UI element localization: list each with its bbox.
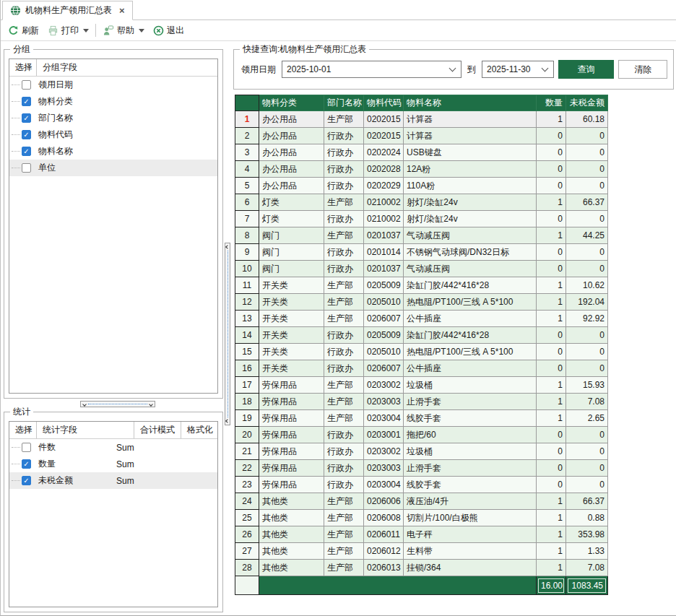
- table-row[interactable]: 5办公用品行政办0202029110A粉00: [235, 178, 608, 194]
- table-row[interactable]: 27其他类生产部0206012生料带11.33: [235, 543, 608, 560]
- checkbox-checked[interactable]: ✓: [22, 459, 31, 469]
- group-field-row[interactable]: 单位: [9, 160, 217, 176]
- table-row[interactable]: 2办公用品行政办0202015计算器00: [235, 128, 608, 144]
- main-toolbar: 刷新 打印 帮助 退出: [1, 20, 676, 41]
- column-header[interactable]: 未税金额: [566, 95, 608, 111]
- clear-button[interactable]: 清除: [618, 60, 667, 79]
- name-cell: 公牛插座: [404, 360, 537, 377]
- dept-cell: 生产部: [324, 194, 364, 211]
- date-from-combobox[interactable]: 2025-10-01: [282, 61, 462, 78]
- name-cell: 电子秤: [404, 526, 537, 543]
- checkbox-checked[interactable]: ✓: [22, 130, 31, 139]
- table-row[interactable]: 28其他类生产部0206013挂锁/36417.08: [235, 560, 608, 576]
- exit-button[interactable]: 退出: [149, 22, 188, 39]
- sum-mode-value: Sum: [116, 443, 163, 453]
- chevron-down-icon[interactable]: [449, 65, 456, 72]
- tab-active[interactable]: 机物料生产领用汇总表 ×: [2, 1, 133, 20]
- category-cell: 灯类: [259, 211, 324, 227]
- date-to-combobox[interactable]: 2025-11-30: [482, 61, 554, 78]
- format-column-header: 格式化: [181, 422, 217, 438]
- table-row[interactable]: 16开关类行政办0206007公牛插座00: [235, 360, 608, 377]
- horizontal-splitter[interactable]: [80, 401, 155, 407]
- column-header[interactable]: 部门名称: [324, 95, 364, 111]
- table-row[interactable]: 10阀门行政办0201037气动减压阀00: [235, 261, 608, 277]
- amount-cell: 7.08: [566, 394, 608, 410]
- table-row[interactable]: 13开关类生产部0206007公牛插座192.92: [235, 311, 608, 327]
- group-field-row[interactable]: ✓部门名称: [9, 110, 217, 126]
- tab-close-icon[interactable]: ×: [119, 5, 125, 16]
- checkbox-unchecked[interactable]: [22, 80, 31, 90]
- stats-field-row[interactable]: ✓未税金额Sum: [9, 472, 217, 489]
- table-row[interactable]: 7灯类行政办0210002射灯/染缸24v00: [235, 211, 608, 227]
- category-cell: 劳保用品: [259, 460, 324, 477]
- table-row[interactable]: 4办公用品行政办020202812A粉00: [235, 161, 608, 178]
- table-row[interactable]: 9阀门行政办0201014不锈钢气动球阀/DN32日标00: [235, 244, 608, 261]
- column-header[interactable]: 数量: [537, 95, 566, 111]
- table-row[interactable]: 17劳保用品生产部0203002垃圾桶115.93: [235, 377, 608, 394]
- table-row[interactable]: 26其他类生产部0206011电子秤1353.98: [235, 526, 608, 543]
- vertical-splitter[interactable]: [225, 243, 230, 425]
- sum-mode-value: Sum: [116, 459, 163, 469]
- refresh-button[interactable]: 刷新: [4, 22, 43, 39]
- table-row[interactable]: 19劳保用品生产部0203004线胶手套12.65: [235, 410, 608, 427]
- group-field-row[interactable]: 领用日期: [9, 77, 217, 93]
- table-row[interactable]: 18劳保用品生产部0203003止滑手套17.08: [235, 394, 608, 410]
- query-panel-legend: 快捷查询:机物料生产领用汇总表: [240, 43, 369, 56]
- table-row[interactable]: 23劳保用品行政办0203004线胶手套00: [235, 477, 608, 493]
- dept-cell: 行政办: [324, 211, 364, 227]
- table-row[interactable]: 1办公用品生产部0202015计算器160.18: [235, 111, 608, 128]
- qty-cell: 1: [537, 194, 566, 211]
- name-cell: 挂锁/364: [404, 560, 537, 576]
- print-dropdown-caret-icon[interactable]: [83, 29, 89, 32]
- name-cell: 线胶手套: [404, 410, 537, 427]
- column-header[interactable]: 物料名称: [404, 95, 537, 111]
- table-row[interactable]: 21劳保用品行政办0203002垃圾桶00: [235, 443, 608, 460]
- name-cell: 线胶手套: [404, 477, 537, 493]
- dept-cell: 行政办: [324, 344, 364, 360]
- to-label: 到: [467, 64, 476, 76]
- chevron-down-icon[interactable]: [541, 65, 548, 72]
- qty-cell: 0: [537, 261, 566, 277]
- checkbox-checked[interactable]: ✓: [22, 476, 31, 485]
- group-field-label: 物料名称: [38, 145, 73, 157]
- help-button[interactable]: 帮助: [98, 22, 149, 39]
- table-row[interactable]: 12开关类生产部0205010热电阻/PT100/三线 A 5*1001192.…: [235, 294, 608, 311]
- group-field-row[interactable]: ✓物料分类: [9, 93, 217, 110]
- table-row[interactable]: 15开关类行政办0205010热电阻/PT100/三线 A 5*10000: [235, 344, 608, 360]
- group-field-row[interactable]: ✓物料名称: [9, 143, 217, 160]
- table-row[interactable]: 20劳保用品行政办0203001拖把/6000: [235, 427, 608, 443]
- table-row[interactable]: 22劳保用品行政办0203003止滑手套00: [235, 460, 608, 477]
- group-field-row[interactable]: ✓物料代码: [9, 126, 217, 143]
- tree-connector: [12, 84, 20, 85]
- code-cell: 0202015: [364, 128, 404, 144]
- table-row[interactable]: 3办公用品行政办0202024USB键盘00: [235, 144, 608, 161]
- table-row[interactable]: 24其他类生产部0206006液压油/4升166.37: [235, 493, 608, 510]
- code-cell: 0203003: [364, 460, 404, 477]
- checkbox-unchecked[interactable]: [22, 163, 31, 173]
- category-cell: 办公用品: [259, 128, 324, 144]
- stats-field-row[interactable]: ✓数量Sum: [9, 456, 217, 472]
- dept-cell: 生产部: [324, 111, 364, 128]
- table-row[interactable]: 14开关类行政办0205009染缸门胶/442*416*2800: [235, 327, 608, 344]
- help-dropdown-caret-icon[interactable]: [139, 29, 144, 32]
- stats-field-row[interactable]: 件数Sum: [9, 439, 217, 456]
- table-row[interactable]: 11开关类生产部0205009染缸门胶/442*416*28110.62: [235, 277, 608, 294]
- table-row[interactable]: 6灯类生产部0210002射灯/染缸24v166.37: [235, 194, 608, 211]
- table-row[interactable]: 25其他类生产部0206008切割片/100/白极熊10.88: [235, 510, 608, 526]
- column-header[interactable]: 物料分类: [259, 95, 324, 111]
- group-field-list-panel: 选择 分组字段 领用日期✓物料分类✓部门名称✓物料代码✓物料名称单位: [9, 58, 218, 394]
- checkbox-checked[interactable]: ✓: [22, 113, 31, 123]
- amount-cell: 0: [566, 477, 608, 493]
- query-button[interactable]: 查询: [558, 60, 615, 79]
- checkbox-unchecked[interactable]: [22, 443, 31, 452]
- dept-cell: 行政办: [324, 327, 364, 344]
- code-cell: 0206012: [364, 543, 404, 560]
- qty-cell: 1: [537, 410, 566, 427]
- checkbox-checked[interactable]: ✓: [22, 147, 31, 156]
- code-cell: 0201037: [364, 261, 404, 277]
- column-header[interactable]: 物料代码: [364, 95, 404, 111]
- category-cell: 办公用品: [259, 144, 324, 161]
- checkbox-checked[interactable]: ✓: [22, 97, 31, 106]
- print-button[interactable]: 打印: [43, 22, 93, 39]
- table-row[interactable]: 8阀门生产部0201037气动减压阀144.25: [235, 227, 608, 244]
